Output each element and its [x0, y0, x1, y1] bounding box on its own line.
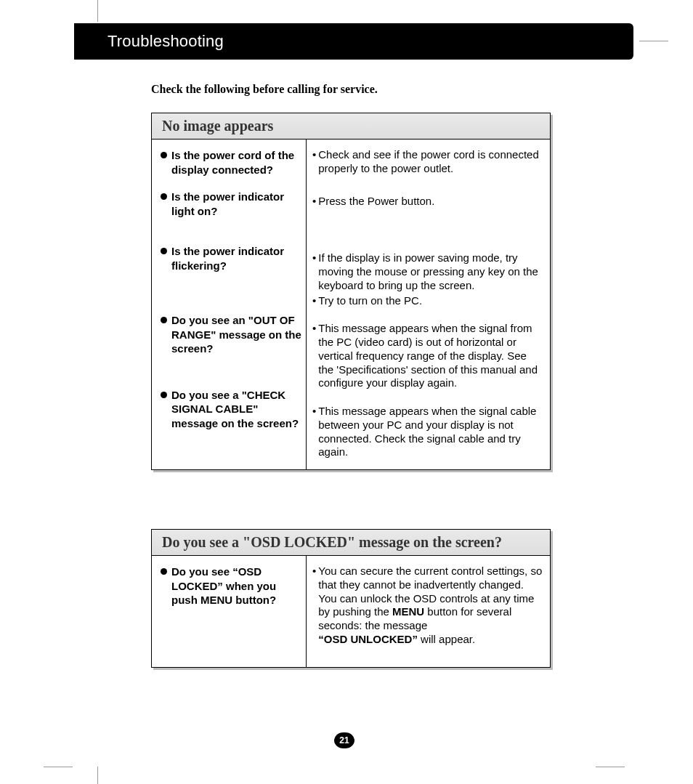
question-text: Do you see “OSD LOCKED” when you push ME… — [171, 565, 303, 607]
intro-text: Check the following before calling for s… — [151, 83, 378, 96]
page-number: 21 — [334, 732, 354, 748]
question-column: Do you see “OSD LOCKED” when you push ME… — [152, 556, 307, 667]
answer-column: •Check and see if the power cord is conn… — [307, 140, 550, 469]
box-heading: Do you see a "OSD LOCKED" message on the… — [152, 530, 550, 556]
answer-text: You can secure the current control setti… — [318, 565, 543, 647]
answer-text: If the display is in power saving mode, … — [318, 251, 543, 292]
question-text: Do you see an "OUT OF RANGE" message on … — [171, 313, 303, 356]
answer-text: This message appears when the signal cab… — [318, 405, 543, 459]
question-text: Is the power indicator flickering? — [171, 244, 303, 272]
answer-text: Press the Power button. — [318, 195, 434, 209]
page-header: Troubleshooting — [74, 23, 633, 60]
bullet-icon — [161, 568, 167, 575]
answer-text: This message appears when the signal fro… — [318, 322, 543, 390]
bullet-icon — [161, 317, 167, 323]
box-no-image: No image appears Is the power cord of th… — [151, 113, 551, 470]
question-text: Is the power cord of the display connect… — [171, 148, 303, 177]
bullet-icon — [161, 193, 167, 200]
question-column: Is the power cord of the display connect… — [152, 140, 307, 469]
bullet-icon — [161, 152, 167, 158]
question-text: Do you see a "CHECK SIGNAL CABLE" messag… — [171, 388, 303, 431]
answer-column: • You can secure the current control set… — [307, 556, 550, 667]
question-text: Is the power indicator light on? — [171, 190, 303, 218]
answer-text: Check and see if the power cord is conne… — [318, 148, 543, 176]
bullet-icon — [161, 248, 167, 254]
box-osd-locked: Do you see a "OSD LOCKED" message on the… — [151, 529, 551, 668]
answer-text: Try to turn on the PC. — [318, 294, 422, 308]
box-heading: No image appears — [152, 113, 550, 140]
bullet-icon — [161, 392, 167, 398]
page-title: Troubleshooting — [74, 32, 224, 51]
